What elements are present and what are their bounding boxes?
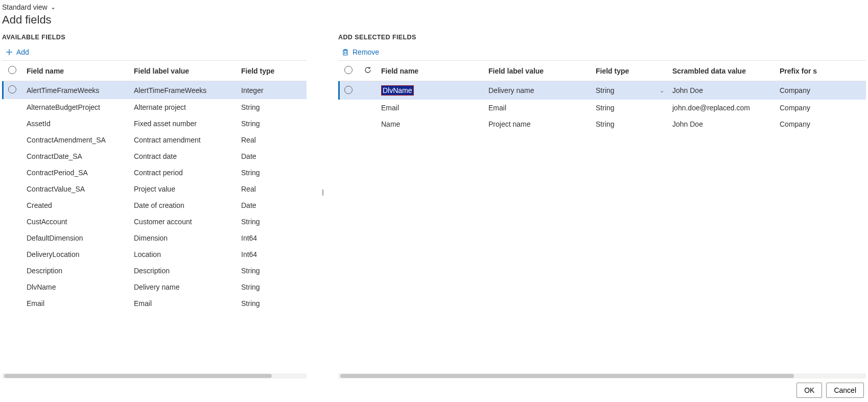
- table-row[interactable]: DefaultDimensionDimensionInt64: [2, 230, 307, 246]
- cell-label: Dimension: [130, 230, 237, 246]
- cell-label: Project name: [484, 116, 592, 132]
- table-row[interactable]: ContractAmendment_SAContract amendmentRe…: [2, 132, 307, 148]
- selected-fields-grid[interactable]: Field name Field label value Field type …: [338, 60, 866, 372]
- table-row[interactable]: ContractPeriod_SAContract periodString: [2, 164, 307, 181]
- view-selector-label: Standard view: [2, 3, 48, 11]
- cell-name[interactable]: DlvName: [377, 81, 484, 100]
- cell-type: Integer: [237, 81, 307, 100]
- cell-type: String: [237, 115, 307, 132]
- cell-prefix: Company: [776, 116, 866, 132]
- col-prefix[interactable]: Prefix for s: [776, 61, 866, 81]
- cell-name[interactable]: Name: [377, 116, 484, 132]
- cell-name: Created: [22, 197, 130, 214]
- table-row[interactable]: ContractValue_SAProject valueReal: [2, 181, 307, 197]
- selected-fields-panel: ADD SELECTED FIELDS Remove: [338, 32, 866, 379]
- cell-prefix: Company: [776, 81, 866, 100]
- cell-label: Description: [130, 263, 237, 279]
- cell-type[interactable]: String: [592, 100, 668, 116]
- cell-name: ContractAmendment_SA: [22, 132, 130, 148]
- col-field-name[interactable]: Field name: [22, 61, 130, 81]
- cell-name: AssetId: [22, 115, 130, 132]
- remove-button-label: Remove: [353, 48, 379, 56]
- cell-label: Delivery name: [484, 81, 592, 100]
- panel-splitter[interactable]: [321, 32, 324, 379]
- page-title: Add fields: [0, 12, 868, 32]
- cell-label: Contract amendment: [130, 132, 237, 148]
- available-fields-grid[interactable]: Field name Field label value Field type …: [2, 60, 307, 372]
- cell-name: ContractPeriod_SA: [22, 164, 130, 181]
- chevron-down-icon[interactable]: ⌄: [660, 87, 664, 94]
- svg-line-6: [344, 50, 345, 51]
- col-field-label-r[interactable]: Field label value: [484, 61, 592, 81]
- cancel-button[interactable]: Cancel: [826, 383, 864, 398]
- row-radio[interactable]: [344, 86, 353, 94]
- cell-name: ContractDate_SA: [22, 148, 130, 164]
- table-row[interactable]: DlvNameDelivery nameString: [2, 279, 307, 295]
- cell-label: Customer account: [130, 214, 237, 230]
- cell-type: String: [237, 279, 307, 295]
- table-row[interactable]: DlvNameDelivery nameString⌄John DoeCompa…: [338, 81, 866, 100]
- cell-type: Int64: [237, 230, 307, 246]
- table-row[interactable]: AlternateBudgetProjectAlternate projectS…: [2, 99, 307, 115]
- h-scrollbar-right[interactable]: [338, 373, 866, 379]
- remove-button[interactable]: Remove: [341, 48, 379, 56]
- chevron-down-icon: ⌄: [51, 4, 56, 11]
- cell-type: String: [237, 295, 307, 312]
- col-field-name-r[interactable]: Field name: [377, 61, 484, 81]
- cell-type: Date: [237, 148, 307, 164]
- cell-label: Project value: [130, 181, 237, 197]
- cell-name: ContractValue_SA: [22, 181, 130, 197]
- cell-scrambled: John Doe: [668, 81, 776, 100]
- col-scrambled[interactable]: Scrambled data value: [668, 61, 776, 81]
- plus-icon: [5, 48, 13, 56]
- cell-scrambled: John Doe: [668, 116, 776, 132]
- refresh-column[interactable]: [359, 61, 377, 81]
- cell-type: String: [237, 263, 307, 279]
- row-radio[interactable]: [8, 85, 16, 93]
- ok-button[interactable]: OK: [796, 383, 822, 398]
- table-row[interactable]: EmailEmailString: [2, 295, 307, 312]
- refresh-icon: [364, 66, 372, 74]
- col-field-type-r[interactable]: Field type: [592, 61, 668, 81]
- cell-name: CustAccount: [22, 214, 130, 230]
- view-selector[interactable]: Standard view ⌄: [0, 0, 868, 12]
- cell-label: Fixed asset number: [130, 115, 237, 132]
- table-row[interactable]: EmailEmailStringjohn.doe@replaced.comCom…: [338, 100, 866, 116]
- cell-name: DeliveryLocation: [22, 246, 130, 263]
- cell-label: Date of creation: [130, 197, 237, 214]
- cell-type[interactable]: String⌄: [592, 81, 668, 100]
- table-row[interactable]: CustAccountCustomer accountString: [2, 214, 307, 230]
- cell-scrambled: john.doe@replaced.com: [668, 100, 776, 116]
- cell-label: Location: [130, 246, 237, 263]
- col-field-type[interactable]: Field type: [237, 61, 307, 81]
- select-all-selected[interactable]: [338, 61, 359, 81]
- cell-name[interactable]: Email: [377, 100, 484, 116]
- table-row[interactable]: DescriptionDescriptionString: [2, 263, 307, 279]
- cell-type: Int64: [237, 246, 307, 263]
- col-field-label[interactable]: Field label value: [130, 61, 237, 81]
- table-row[interactable]: AssetIdFixed asset numberString: [2, 115, 307, 132]
- h-scrollbar-left[interactable]: [2, 373, 307, 379]
- select-all-available[interactable]: [2, 61, 22, 81]
- cell-name: DlvName: [22, 279, 130, 295]
- cell-type: String: [237, 164, 307, 181]
- cell-prefix: Company: [776, 100, 866, 116]
- cell-name: AlternateBudgetProject: [22, 99, 130, 115]
- table-row[interactable]: AlertTimeFrameWeeksAlertTimeFrameWeeksIn…: [2, 81, 307, 100]
- available-fields-panel: AVAILABLE FIELDS Add: [2, 32, 307, 379]
- cell-label: Alternate project: [130, 99, 237, 115]
- cell-type[interactable]: String: [592, 116, 668, 132]
- trash-icon: [341, 48, 349, 56]
- table-row[interactable]: ContractDate_SAContract dateDate: [2, 148, 307, 164]
- svg-line-7: [346, 50, 347, 51]
- cell-label: AlertTimeFrameWeeks: [130, 81, 237, 100]
- table-row[interactable]: DeliveryLocationLocationInt64: [2, 246, 307, 263]
- cell-type: String: [237, 99, 307, 115]
- table-row[interactable]: CreatedDate of creationDate: [2, 197, 307, 214]
- add-button[interactable]: Add: [5, 48, 29, 56]
- cell-name-editing[interactable]: DlvName: [381, 85, 414, 96]
- dialog-footer: OK Cancel: [0, 379, 868, 402]
- table-row[interactable]: NameProject nameStringJohn DoeCompany: [338, 116, 866, 132]
- cell-name: AlertTimeFrameWeeks: [22, 81, 130, 100]
- cell-type: String: [237, 214, 307, 230]
